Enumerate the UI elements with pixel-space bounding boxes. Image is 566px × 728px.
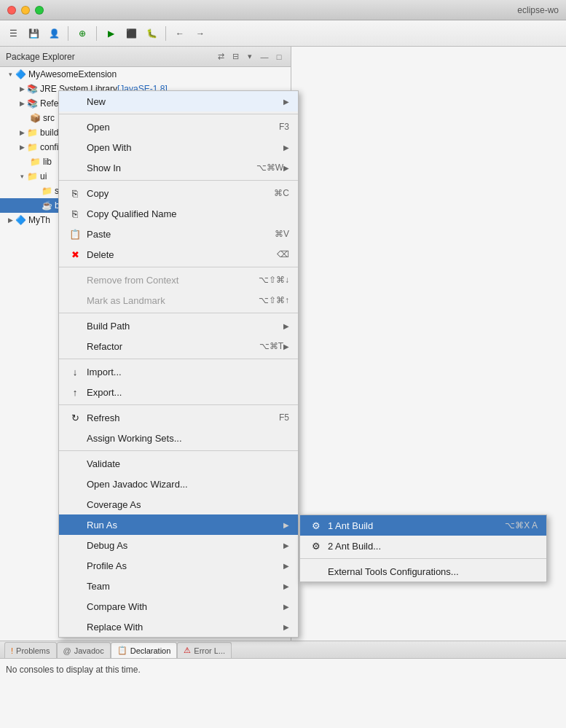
- tree-item-label: MyAwesomeExtension: [28, 69, 117, 79]
- submenu-item-ant-build-2[interactable]: ⚙ 2 Ant Build...: [300, 536, 546, 556]
- menu-item-label: Open: [87, 122, 273, 133]
- menu-item-open[interactable]: Open F3: [59, 117, 298, 137]
- toolbar-back-btn[interactable]: ←: [171, 25, 189, 42]
- menu-item-assign-working[interactable]: Assign Working Sets...: [59, 428, 298, 448]
- toolbar-debug-btn[interactable]: 🐛: [143, 25, 160, 42]
- menu-item-export[interactable]: ↑ Export...: [59, 382, 298, 402]
- sync-icon[interactable]: ⇄: [215, 51, 227, 63]
- project-icon: 🔷: [15, 214, 26, 226]
- toolbar-run-btn[interactable]: ▶: [102, 25, 119, 42]
- menu-item-label: Assign Working Sets...: [87, 433, 289, 444]
- menu-item-refactor[interactable]: Refactor ⌥⌘T ▶: [59, 336, 298, 356]
- minimize-view-icon[interactable]: —: [259, 51, 270, 63]
- tree-item-label: MyTh: [28, 215, 50, 225]
- tab-javadoc[interactable]: @ Javadoc: [57, 642, 111, 658]
- tab-error-log[interactable]: ⚠ Error L...: [177, 642, 232, 658]
- mark-landmark-icon: [68, 293, 82, 308]
- submenu-arrow: ▶: [283, 582, 289, 590]
- menu-item-show-in[interactable]: Show In ⌥⌘W ▶: [59, 157, 298, 178]
- menu-item-label: Coverage As: [87, 499, 289, 510]
- toolbar-forward-btn[interactable]: →: [192, 25, 209, 42]
- collapse-icon[interactable]: ⊟: [229, 51, 241, 63]
- menu-item-compare-with[interactable]: Compare With ▶: [59, 596, 298, 617]
- profile-icon: [68, 558, 82, 573]
- show-in-icon: [68, 160, 82, 175]
- tree-arrow: ▾: [6, 70, 15, 79]
- remove-context-icon: [68, 273, 82, 287]
- folder-icon: 📁: [41, 185, 52, 197]
- menu-item-run-as[interactable]: Run As ▶ ⚙ 1 Ant Build ⌥⌘X A ⚙ 2 Ant Bui…: [59, 514, 298, 535]
- menu-item-label: Show In: [87, 163, 251, 173]
- validate-icon: [68, 456, 82, 471]
- replace-icon: [68, 619, 82, 634]
- submenu-item-external-tools[interactable]: External Tools Configurations...: [300, 561, 546, 582]
- tree-item-label: src: [43, 113, 55, 123]
- maximize-button[interactable]: [35, 6, 44, 15]
- copy-icon: ⎘: [68, 186, 82, 200]
- tree-item[interactable]: ▾ 🔷 MyAwesomeExtension: [0, 67, 291, 82]
- menu-item-new[interactable]: New ▶: [59, 91, 298, 111]
- maximize-view-icon[interactable]: □: [273, 51, 285, 63]
- menu-item-coverage-as[interactable]: Coverage As: [59, 494, 298, 514]
- export-icon: ↑: [68, 385, 82, 399]
- toolbar-user-btn[interactable]: 👤: [45, 25, 63, 42]
- folder-icon: 📁: [26, 127, 38, 138]
- menu-item-paste[interactable]: 📋 Paste ⌘V: [59, 224, 298, 244]
- team-icon: [68, 579, 82, 593]
- submenu-arrow: ▶: [283, 541, 289, 549]
- tab-declaration[interactable]: 📋 Declaration: [111, 642, 178, 658]
- submenu-arrow: ▶: [283, 144, 289, 152]
- menu-item-copy[interactable]: ⎘ Copy ⌘C: [59, 183, 298, 203]
- menu-item-refresh[interactable]: ↻ Refresh F5: [59, 407, 298, 428]
- menu-item-delete[interactable]: ✖ Delete ⌫: [59, 244, 298, 265]
- menu-icon[interactable]: ▾: [244, 51, 256, 63]
- close-button[interactable]: [7, 6, 16, 15]
- declaration-icon: 📋: [117, 646, 127, 655]
- tree-arrow: ▾: [17, 172, 26, 181]
- menu-item-debug-as[interactable]: Debug As ▶: [59, 535, 298, 555]
- menu-item-import[interactable]: ↓ Import...: [59, 361, 298, 382]
- src-icon: 📦: [29, 112, 41, 124]
- paste-icon: 📋: [68, 227, 82, 241]
- tree-item-label: ui: [40, 171, 47, 181]
- shortcut-label: ⌫: [277, 249, 289, 259]
- menu-item-label: Copy: [87, 188, 268, 199]
- tree-arrow: ▶: [17, 128, 26, 137]
- menu-separator: [59, 404, 298, 405]
- error-icon: ⚠: [184, 646, 191, 655]
- menu-item-label: Build Path: [87, 321, 283, 332]
- menu-item-copy-qualified[interactable]: ⎘ Copy Qualified Name: [59, 203, 298, 224]
- panel-header: Package Explorer ⇄ ⊟ ▾ — □: [0, 47, 291, 67]
- new-icon: [68, 94, 82, 109]
- open-icon: [68, 120, 82, 134]
- run-icon: [68, 517, 82, 532]
- menu-separator: [59, 267, 298, 267]
- minimize-button[interactable]: [21, 6, 30, 15]
- menu-item-build-path[interactable]: Build Path ▶: [59, 316, 298, 336]
- external-tools-icon: [309, 564, 323, 579]
- toolbar-save-btn[interactable]: 💾: [25, 25, 42, 42]
- menu-separator: [59, 313, 298, 313]
- toolbar-menu-btn[interactable]: ☰: [4, 25, 22, 42]
- menu-item-mark-landmark: Mark as Landmark ⌥⇧⌘↑: [59, 290, 298, 310]
- toolbar-stop-btn[interactable]: ⬛: [122, 25, 140, 42]
- menu-item-profile-as[interactable]: Profile As ▶: [59, 555, 298, 576]
- coverage-icon: [68, 497, 82, 512]
- tab-problems[interactable]: ! Problems: [4, 642, 57, 658]
- menu-item-label: Compare With: [87, 601, 283, 612]
- submenu-arrow: ▶: [283, 322, 289, 330]
- menu-item-team[interactable]: Team ▶: [59, 576, 298, 596]
- java-icon: ☕: [41, 200, 52, 211]
- menu-item-replace-with[interactable]: Replace With ▶: [59, 617, 298, 637]
- menu-item-label: Paste: [87, 229, 269, 240]
- toolbar-new-btn[interactable]: ⊕: [74, 25, 91, 42]
- menu-item-open-with[interactable]: Open With ▶: [59, 137, 298, 157]
- debug-icon: [68, 538, 82, 552]
- submenu-separator: [300, 558, 546, 559]
- menu-item-label: Run As: [87, 520, 283, 531]
- submenu-item-ant-build-1[interactable]: ⚙ 1 Ant Build ⌥⌘X A: [300, 515, 546, 536]
- menu-item-label: Team: [87, 581, 283, 592]
- shortcut-label: ⌘V: [275, 229, 289, 239]
- menu-item-validate[interactable]: Validate: [59, 453, 298, 474]
- menu-item-open-javadoc[interactable]: Open Javadoc Wizard...: [59, 474, 298, 494]
